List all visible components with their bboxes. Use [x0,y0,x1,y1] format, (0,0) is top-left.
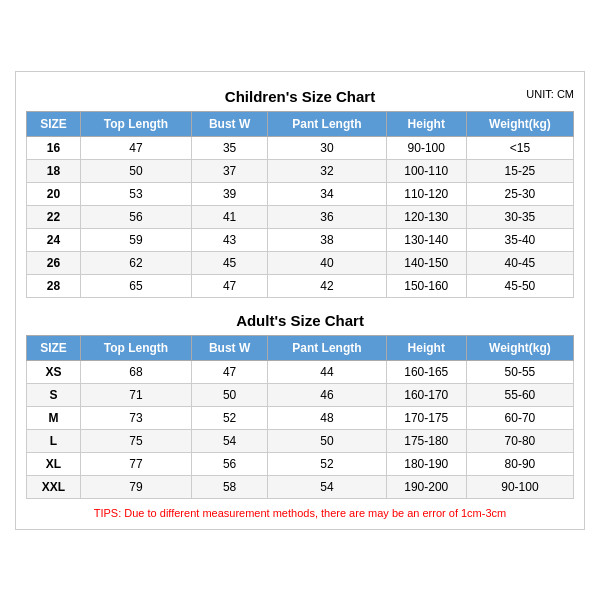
data-cell: 130-140 [386,228,466,251]
data-cell: 39 [192,182,268,205]
col-top-length: Top Length [80,111,191,136]
data-cell: 50 [268,429,386,452]
size-cell: 26 [27,251,81,274]
data-cell: 55-60 [466,383,573,406]
data-cell: 38 [268,228,386,251]
data-cell: 52 [268,452,386,475]
data-cell: 59 [80,228,191,251]
children-row: 22564136120-13030-35 [27,205,574,228]
data-cell: 70-80 [466,429,573,452]
data-cell: 50-55 [466,360,573,383]
size-cell: 18 [27,159,81,182]
data-cell: 35-40 [466,228,573,251]
adult-title-text: Adult's Size Chart [236,312,364,329]
adult-col-size: SIZE [27,335,81,360]
data-cell: 48 [268,406,386,429]
data-cell: 43 [192,228,268,251]
data-cell: 34 [268,182,386,205]
data-cell: 50 [80,159,191,182]
data-cell: 140-150 [386,251,466,274]
size-cell: M [27,406,81,429]
adult-row: M735248170-17560-70 [27,406,574,429]
data-cell: 30 [268,136,386,159]
tips-text: TIPS: Due to different measurement metho… [26,507,574,519]
data-cell: 150-160 [386,274,466,297]
adult-row: S715046160-17055-60 [27,383,574,406]
data-cell: 15-25 [466,159,573,182]
adult-col-pant-length: Pant Length [268,335,386,360]
data-cell: 47 [192,274,268,297]
data-cell: 60-70 [466,406,573,429]
data-cell: 170-175 [386,406,466,429]
data-cell: 46 [268,383,386,406]
data-cell: 160-170 [386,383,466,406]
data-cell: 80-90 [466,452,573,475]
data-cell: 56 [80,205,191,228]
size-cell: 28 [27,274,81,297]
data-cell: 75 [80,429,191,452]
data-cell: 25-30 [466,182,573,205]
data-cell: 44 [268,360,386,383]
size-cell: L [27,429,81,452]
children-title: Children's Size Chart UNIT: CM [26,82,574,107]
data-cell: 100-110 [386,159,466,182]
col-bust-w: Bust W [192,111,268,136]
data-cell: 175-180 [386,429,466,452]
data-cell: 40-45 [466,251,573,274]
size-cell: XL [27,452,81,475]
data-cell: 37 [192,159,268,182]
children-row: 24594338130-14035-40 [27,228,574,251]
data-cell: 190-200 [386,475,466,498]
data-cell: 53 [80,182,191,205]
adult-row: XS684744160-16550-55 [27,360,574,383]
children-row: 1647353090-100<15 [27,136,574,159]
col-size: SIZE [27,111,81,136]
data-cell: 62 [80,251,191,274]
adult-row: XXL795854190-20090-100 [27,475,574,498]
data-cell: 52 [192,406,268,429]
children-row: 20533934110-12025-30 [27,182,574,205]
data-cell: 79 [80,475,191,498]
col-weight: Weight(kg) [466,111,573,136]
adult-header-row: SIZE Top Length Bust W Pant Length Heigh… [27,335,574,360]
data-cell: 110-120 [386,182,466,205]
adult-row: XL775652180-19080-90 [27,452,574,475]
unit-label: UNIT: CM [526,88,574,100]
children-title-text: Children's Size Chart [225,88,375,105]
data-cell: 180-190 [386,452,466,475]
data-cell: 47 [192,360,268,383]
children-size-table: SIZE Top Length Bust W Pant Length Heigh… [26,111,574,298]
data-cell: 90-100 [386,136,466,159]
data-cell: 54 [192,429,268,452]
data-cell: 56 [192,452,268,475]
children-row: 18503732100-11015-25 [27,159,574,182]
size-chart-wrapper: Children's Size Chart UNIT: CM SIZE Top … [15,71,585,530]
adult-col-height: Height [386,335,466,360]
adult-title: Adult's Size Chart [26,306,574,331]
data-cell: 42 [268,274,386,297]
data-cell: 35 [192,136,268,159]
size-cell: 16 [27,136,81,159]
data-cell: <15 [466,136,573,159]
data-cell: 58 [192,475,268,498]
children-row: 28654742150-16045-50 [27,274,574,297]
size-cell: 24 [27,228,81,251]
adult-col-bust-w: Bust W [192,335,268,360]
data-cell: 73 [80,406,191,429]
data-cell: 54 [268,475,386,498]
size-cell: 20 [27,182,81,205]
data-cell: 36 [268,205,386,228]
data-cell: 160-165 [386,360,466,383]
data-cell: 45 [192,251,268,274]
data-cell: 50 [192,383,268,406]
data-cell: 65 [80,274,191,297]
adult-row: L755450175-18070-80 [27,429,574,452]
data-cell: 71 [80,383,191,406]
data-cell: 40 [268,251,386,274]
adult-col-top-length: Top Length [80,335,191,360]
data-cell: 77 [80,452,191,475]
data-cell: 120-130 [386,205,466,228]
col-pant-length: Pant Length [268,111,386,136]
data-cell: 90-100 [466,475,573,498]
data-cell: 41 [192,205,268,228]
